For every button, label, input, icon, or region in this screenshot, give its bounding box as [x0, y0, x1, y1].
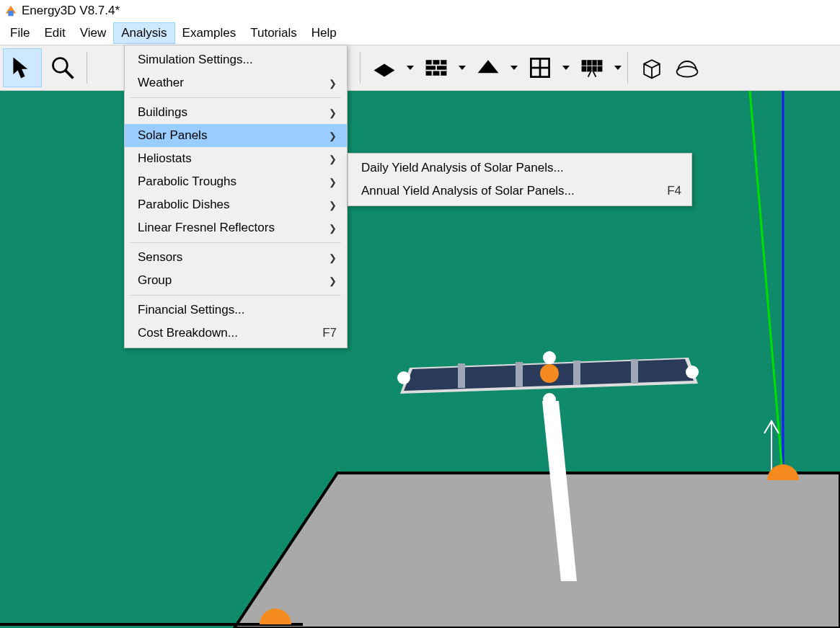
menu-separator	[131, 97, 341, 98]
menu-cost-breakdown[interactable]: Cost Breakdown...F7	[125, 322, 347, 345]
submenu-arrow-icon: ❯	[329, 223, 337, 234]
solar-tool-dropdown[interactable]	[613, 48, 623, 87]
submenu-arrow-icon: ❯	[329, 78, 337, 89]
submenu-arrow-icon: ❯	[329, 154, 337, 164]
svg-line-24	[588, 71, 591, 76]
slab-icon	[371, 55, 397, 81]
submenu-arrow-icon: ❯	[329, 275, 337, 286]
svg-point-40	[540, 364, 559, 383]
svg-point-37	[686, 366, 699, 379]
y-axis-line	[750, 91, 783, 480]
menu-linear-fresnel[interactable]: Linear Fresnel Reflectors❯	[125, 216, 347, 239]
menu-sensors[interactable]: Sensors❯	[125, 246, 347, 269]
menu-separator	[131, 295, 341, 296]
analysis-dropdown: Simulation Settings... Weather❯ Building…	[124, 45, 348, 348]
zoom-tool-button[interactable]	[43, 48, 82, 87]
roof-tool-button[interactable]	[469, 48, 508, 87]
menu-view[interactable]: View	[73, 23, 114, 43]
menu-daily-yield-analysis[interactable]: Daily Yield Analysis of Solar Panels...	[348, 156, 691, 180]
shortcut-label: F4	[667, 184, 681, 198]
menu-weather[interactable]: Weather❯	[125, 71, 347, 94]
menu-solar-panels[interactable]: Solar Panels❯	[125, 124, 347, 147]
chevron-down-icon	[407, 66, 414, 70]
menu-bar: File Edit View Analysis Examples Tutoria…	[0, 22, 840, 45]
menu-tutorials[interactable]: Tutorials	[243, 23, 304, 43]
submenu-arrow-icon: ❯	[329, 107, 337, 118]
menu-annual-yield-analysis[interactable]: Annual Yield Analysis of Solar Panels...…	[348, 180, 691, 203]
solar-tool-button[interactable]	[572, 48, 611, 87]
shortcut-label: F7	[322, 326, 337, 340]
slab-tool-button[interactable]	[365, 48, 404, 87]
slab-tool-dropdown[interactable]	[405, 48, 415, 87]
svg-line-3	[66, 71, 74, 79]
magnifier-icon	[50, 55, 76, 81]
menu-edit[interactable]: Edit	[37, 23, 72, 43]
menu-buildings[interactable]: Buildings❯	[125, 101, 347, 124]
submenu-arrow-icon: ❯	[329, 200, 337, 211]
app-icon	[4, 4, 17, 17]
wall-tool-dropdown[interactable]	[457, 48, 467, 87]
menu-help[interactable]: Help	[304, 23, 344, 43]
roof-icon	[475, 55, 501, 81]
svg-point-38	[543, 351, 556, 364]
box-tool-button[interactable]	[632, 48, 671, 87]
menu-group[interactable]: Group❯	[125, 269, 347, 292]
solar-panel-icon	[579, 55, 605, 81]
svg-point-28	[677, 66, 698, 76]
box-icon	[639, 55, 665, 81]
window-tool-dropdown[interactable]	[561, 48, 571, 87]
submenu-arrow-icon: ❯	[329, 131, 337, 141]
svg-marker-15	[478, 60, 499, 73]
menu-analysis[interactable]: Analysis	[113, 22, 174, 44]
menu-financial-settings[interactable]: Financial Settings...	[125, 298, 347, 322]
roof-tool-dropdown[interactable]	[509, 48, 519, 87]
misc-tool-button[interactable]	[673, 48, 702, 87]
svg-line-25	[593, 71, 596, 76]
toolbar-separator	[87, 52, 87, 84]
submenu-arrow-icon: ❯	[329, 177, 337, 187]
select-tool-button[interactable]	[3, 48, 42, 87]
menu-heliostats[interactable]: Heliostats❯	[125, 147, 347, 170]
arrow-icon	[9, 55, 35, 81]
svg-point-39	[543, 393, 556, 406]
submenu-arrow-icon: ❯	[329, 252, 337, 263]
solar-panel-object[interactable]	[397, 351, 699, 406]
chevron-down-icon	[614, 66, 622, 70]
svg-point-36	[397, 371, 410, 384]
menu-examples[interactable]: Examples	[175, 23, 244, 43]
ring-icon	[674, 55, 700, 81]
title-bar: Energy3D V8.7.4*	[0, 0, 840, 22]
chevron-down-icon	[562, 66, 570, 70]
menu-simulation-settings[interactable]: Simulation Settings...	[125, 48, 347, 71]
solar-panels-submenu: Daily Yield Analysis of Solar Panels... …	[348, 153, 692, 206]
window-icon	[527, 55, 553, 81]
menu-parabolic-troughs[interactable]: Parabolic Troughs❯	[125, 170, 347, 193]
app-title: Energy3D V8.7.4*	[22, 4, 120, 18]
window-tool-button[interactable]	[521, 48, 560, 87]
chevron-down-icon	[459, 66, 466, 70]
svg-rect-1	[8, 11, 13, 16]
wall-icon	[423, 55, 449, 81]
menu-separator	[131, 242, 341, 243]
menu-file[interactable]: File	[3, 23, 37, 43]
toolbar-separator	[627, 52, 628, 84]
chevron-down-icon	[510, 66, 518, 70]
menu-parabolic-dishes[interactable]: Parabolic Dishes❯	[125, 193, 347, 216]
toolbar-separator	[360, 52, 361, 84]
wall-tool-button[interactable]	[417, 48, 456, 87]
svg-marker-6	[374, 64, 395, 77]
svg-point-2	[53, 58, 68, 73]
ground-foundation	[234, 473, 840, 628]
